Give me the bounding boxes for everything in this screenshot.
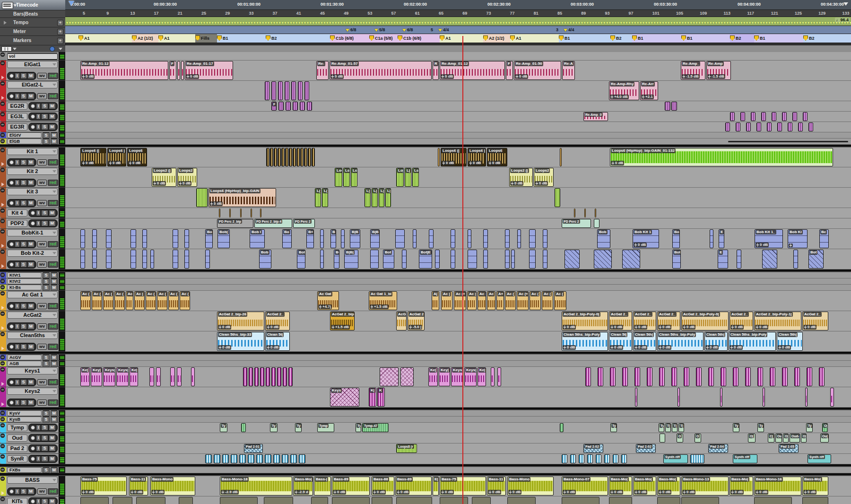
- mute-button[interactable]: M: [49, 456, 56, 462]
- clip[interactable]: [772, 112, 776, 121]
- clip[interactable]: [184, 229, 189, 248]
- clip-ac[interactable]: Ac (: [168, 291, 179, 310]
- clip-acgat[interactable]: Ac Gat+4.7|: [317, 291, 339, 310]
- lane-kit2[interactable]: Loops2 (|0 dBLoops20 dBLoo|Lo|Lo|Lo|L|Lo…: [65, 167, 851, 187]
- clip[interactable]: [271, 81, 276, 100]
- clip-ou[interactable]: Ou|: [820, 434, 829, 443]
- clip[interactable]: [562, 454, 567, 463]
- chevron-down-icon[interactable]: [59, 48, 62, 50]
- clip-bote[interactable]: Bot|E: [419, 250, 432, 269]
- solo-button[interactable]: S: [41, 210, 48, 216]
- marker-b1[interactable]: B1: [754, 35, 765, 41]
- clip-clean5th[interactable]: Clean 5th|0 dB: [704, 332, 728, 351]
- track-color-strip[interactable]: [0, 81, 6, 101]
- clip-ac[interactable]: Ac (: [146, 291, 156, 310]
- clip-lo[interactable]: Lo|: [412, 168, 419, 187]
- clip[interactable]: [595, 209, 596, 217]
- clip[interactable]: [332, 497, 370, 504]
- clip-lo[interactable]: Lo|: [396, 168, 404, 187]
- mute-button[interactable]: M: [51, 132, 58, 139]
- ruler-label-timecode[interactable]: Timecode: [0, 0, 65, 10]
- clip[interactable]: [440, 497, 468, 504]
- tempo-ruler[interactable]: ▼▼▼▼▼▼▼▼▼▼▼▼▼▼▼▼▼▼▼▼▼▼▼▼▼▼▼▼▼▼▼▼▼▼▼▼▼▼▼▼…: [65, 17, 851, 26]
- lane-bobkit2[interactable]: BobBotB«B|B|BotBot|EBotEBot: [65, 249, 851, 269]
- clip[interactable]: [564, 250, 580, 269]
- solo-button[interactable]: S: [20, 303, 27, 309]
- track-collapse-icon[interactable]: [0, 102, 5, 106]
- clip-ty[interactable]: Ty: [270, 423, 278, 432]
- mute-button[interactable]: M: [27, 379, 35, 385]
- track-name[interactable]: Kit 2: [7, 168, 58, 175]
- clip-loo[interactable]: Loo|: [335, 168, 342, 187]
- clip[interactable]: [757, 367, 763, 386]
- solo-button[interactable]: S: [41, 103, 48, 109]
- clip-bobi[interactable]: Bob I: [250, 229, 265, 248]
- clip-pad201[interactable]: Pad 2-01: [244, 444, 263, 453]
- input-monitor-button[interactable]: I: [15, 488, 20, 495]
- clip[interactable]: [468, 229, 471, 248]
- clip-ty[interactable]: Ty: [806, 423, 813, 432]
- clip[interactable]: [254, 367, 259, 386]
- clip[interactable]: [468, 250, 477, 269]
- ruler-label-markers[interactable]: Markers+: [0, 36, 65, 45]
- lane-keys2[interactable]: KeysK|K: [65, 387, 851, 407]
- record-enable-button[interactable]: [31, 457, 35, 461]
- clip-rearr[interactable]: Re-Arr+2.1: [640, 81, 658, 100]
- clip[interactable]: [130, 250, 136, 269]
- clip-bass11[interactable]: Bass-110 dB: [129, 477, 148, 495]
- record-arm-icon[interactable]: [1, 306, 4, 310]
- mute-button[interactable]: M: [49, 210, 56, 216]
- volume-view-button[interactable]: vol: [7, 53, 58, 60]
- record-arm-icon[interactable]: [1, 162, 4, 166]
- clip[interactable]: [584, 209, 586, 217]
- clip[interactable]: [291, 81, 296, 100]
- clip-f[interactable]: [278, 102, 284, 111]
- clip-o[interactable]: O: [677, 434, 683, 443]
- clip-e[interactable]: E: [718, 250, 728, 269]
- clip[interactable]: [647, 367, 652, 386]
- clip-ac[interactable]: Ac (: [103, 291, 113, 310]
- chevron-down-icon[interactable]: [52, 294, 56, 296]
- solo-button[interactable]: S: [43, 417, 49, 423]
- clip-ke[interactable]: Ke|: [428, 367, 438, 386]
- input-monitor-button[interactable]: I: [36, 456, 41, 462]
- automation-read-button[interactable]: red: [48, 323, 58, 330]
- clip[interactable]: [380, 367, 399, 386]
- marker-c1b68[interactable]: C1b (6/8): [330, 35, 354, 41]
- clip-ty[interactable]: Ty: [757, 423, 764, 432]
- track-name[interactable]: Keys1: [7, 367, 58, 374]
- clip[interactable]: [635, 388, 637, 407]
- track-color-strip[interactable]: [0, 52, 6, 60]
- clip-ac[interactable]: Ac |: [441, 291, 452, 310]
- waveform-view-button[interactable]: wv: [37, 344, 47, 350]
- clip[interactable]: [229, 209, 231, 217]
- mute-button[interactable]: M: [51, 355, 58, 361]
- add-event-button[interactable]: +: [57, 29, 63, 35]
- solo-button[interactable]: S: [20, 261, 27, 268]
- clip[interactable]: [177, 61, 180, 80]
- clip-bot[interactable]: Bot: [808, 250, 824, 269]
- track-collapse-icon[interactable]: [0, 229, 5, 234]
- clip-l[interactable]: L|: [365, 188, 371, 207]
- clip[interactable]: [251, 209, 252, 217]
- input-monitor-button[interactable]: I: [15, 344, 20, 350]
- marker-a212[interactable]: A2 (1/2): [132, 35, 153, 41]
- input-monitor-button[interactable]: I: [15, 400, 20, 406]
- clip[interactable]: [205, 250, 210, 269]
- clip[interactable]: [529, 250, 536, 269]
- clip[interactable]: [517, 229, 521, 248]
- track-collapse-icon[interactable]: [0, 291, 5, 295]
- clip[interactable]: [173, 229, 178, 248]
- clip[interactable]: [696, 367, 702, 386]
- clip-reamp0[interactable]: Re-Amp_0: [583, 112, 608, 121]
- clip-loops2[interactable]: Loops2 (|0 dB: [152, 168, 176, 187]
- lane-clean5ths[interactable]: Clean 5ths_bip-330 dBClean 5t|0 dBClean …: [65, 331, 851, 351]
- lane-synr[interactable]: Synth riffSynth riffSynth riff: [65, 454, 851, 464]
- track-collapse-icon[interactable]: [0, 497, 5, 501]
- track-color-strip[interactable]: [0, 291, 6, 311]
- clip[interactable]: [721, 367, 726, 386]
- clip[interactable]: [219, 209, 220, 217]
- clip[interactable]: [560, 423, 564, 432]
- clip[interactable]: [248, 454, 254, 463]
- clip[interactable]: [239, 454, 246, 463]
